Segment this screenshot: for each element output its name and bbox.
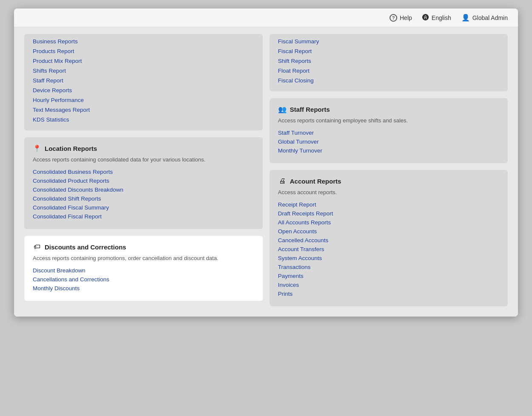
link-prints[interactable]: Prints — [278, 291, 500, 297]
staff-reports-title: Staff Reports — [290, 106, 330, 113]
link-float-report[interactable]: Float Report — [278, 68, 500, 74]
link-staff-report[interactable]: Staff Report — [33, 77, 254, 84]
link-hourly-performance[interactable]: Hourly Performance — [33, 97, 254, 103]
pin-icon: 📍 — [33, 144, 41, 153]
link-consolidated-fiscal-report[interactable]: Consolidated Fiscal Report — [33, 213, 254, 220]
link-consolidated-product[interactable]: Consolidated Product Reports — [33, 178, 254, 184]
link-products-report[interactable]: Products Report — [33, 48, 254, 54]
discount-icon: 🏷 — [33, 243, 41, 251]
language-label: English — [432, 14, 451, 21]
account-reports-header: 🖨 Account Reports — [278, 177, 500, 185]
link-staff-turnover[interactable]: Staff Turnover — [278, 130, 500, 136]
language-selector[interactable]: 🅐 English — [422, 14, 451, 22]
location-reports-desc: Access reports containing consolidated d… — [33, 156, 254, 164]
help-icon: ? — [390, 14, 397, 22]
staff-reports-card: 👥 Staff Reports Access reports containin… — [270, 98, 508, 163]
link-device-reports[interactable]: Device Reports — [33, 87, 254, 93]
link-fiscal-closing[interactable]: Fiscal Closing — [278, 77, 500, 84]
help-button[interactable]: ? Help — [390, 14, 412, 22]
left-column: Business Reports Products Report Product… — [24, 34, 263, 301]
help-label: Help — [400, 14, 412, 21]
link-payments[interactable]: Payments — [278, 273, 500, 279]
account-reports-title: Account Reports — [290, 178, 341, 185]
discounts-header: 🏷 Discounts and Corrections — [33, 243, 254, 251]
discounts-corrections-card: 🏷 Discounts and Corrections Access repor… — [24, 236, 263, 301]
account-icon: 🖨 — [278, 177, 287, 185]
fiscal-links-card: Fiscal Summary Fiscal Report Shift Repor… — [270, 34, 508, 91]
link-shift-reports[interactable]: Shift Reports — [278, 58, 500, 64]
admin-icon: 👤 — [461, 14, 470, 22]
account-reports-card: 🖨 Account Reports Access account reports… — [270, 170, 508, 306]
admin-menu[interactable]: 👤 Global Admin — [461, 14, 508, 22]
link-global-turnover[interactable]: Global Turnover — [278, 139, 500, 145]
right-column: Fiscal Summary Fiscal Report Shift Repor… — [270, 34, 508, 306]
link-monthly-turnover[interactable]: Monthly Turnover — [278, 147, 500, 154]
staff-reports-header: 👥 Staff Reports — [278, 105, 500, 113]
link-open-accounts[interactable]: Open Accounts — [278, 228, 500, 235]
discounts-desc: Access reports containing promotions, or… — [33, 255, 254, 262]
business-links-card: Business Reports Products Report Product… — [24, 34, 263, 130]
link-all-accounts-reports[interactable]: All Accounts Reports — [278, 219, 500, 226]
app-window: ? Help 🅐 English 👤 Global Admin Business… — [14, 8, 518, 317]
link-discount-breakdown[interactable]: Discount Breakdown — [33, 267, 254, 274]
staff-icon: 👥 — [278, 105, 287, 113]
discounts-title: Discounts and Corrections — [45, 243, 126, 251]
link-cancelled-accounts[interactable]: Cancelled Accounts — [278, 237, 500, 243]
link-draft-receipts[interactable]: Draft Receipts Report — [278, 210, 500, 217]
link-system-accounts[interactable]: System Accounts — [278, 255, 500, 261]
link-transactions[interactable]: Transactions — [278, 264, 500, 270]
link-receipt-report[interactable]: Receipt Report — [278, 201, 500, 208]
account-reports-desc: Access account reports. — [278, 189, 500, 196]
location-reports-card: 📍 Location Reports Access reports contai… — [24, 137, 263, 229]
top-bar: ? Help 🅐 English 👤 Global Admin — [14, 8, 518, 27]
link-cancellations-corrections[interactable]: Cancellations and Corrections — [33, 276, 254, 283]
link-consolidated-business[interactable]: Consolidated Business Reports — [33, 169, 254, 175]
content-area: Business Reports Products Report Product… — [14, 27, 518, 317]
link-account-transfers[interactable]: Account Transfers — [278, 246, 500, 252]
staff-reports-desc: Access reports containing employee shift… — [278, 117, 500, 125]
link-text-messages-report[interactable]: Text Messages Report — [33, 107, 254, 113]
link-kds-statistics[interactable]: KDS Statistics — [33, 116, 254, 123]
link-monthly-discounts[interactable]: Monthly Discounts — [33, 285, 254, 291]
language-icon: 🅐 — [422, 14, 429, 22]
link-fiscal-report[interactable]: Fiscal Report — [278, 48, 500, 54]
link-shifts-report[interactable]: Shifts Report — [33, 68, 254, 74]
link-consolidated-shift[interactable]: Consolidated Shift Reports — [33, 195, 254, 202]
link-business-reports[interactable]: Business Reports — [33, 38, 254, 45]
link-fiscal-summary[interactable]: Fiscal Summary — [278, 38, 500, 45]
main-grid: Business Reports Products Report Product… — [24, 34, 508, 306]
link-consolidated-discounts[interactable]: Consolidated Discounts Breakdown — [33, 187, 254, 193]
admin-label: Global Admin — [472, 14, 508, 21]
link-invoices[interactable]: Invoices — [278, 282, 500, 288]
location-reports-header: 📍 Location Reports — [33, 144, 254, 153]
link-product-mix-report[interactable]: Product Mix Report — [33, 58, 254, 64]
location-reports-title: Location Reports — [45, 145, 97, 152]
link-consolidated-fiscal-summary[interactable]: Consolidated Fiscal Summary — [33, 204, 254, 211]
